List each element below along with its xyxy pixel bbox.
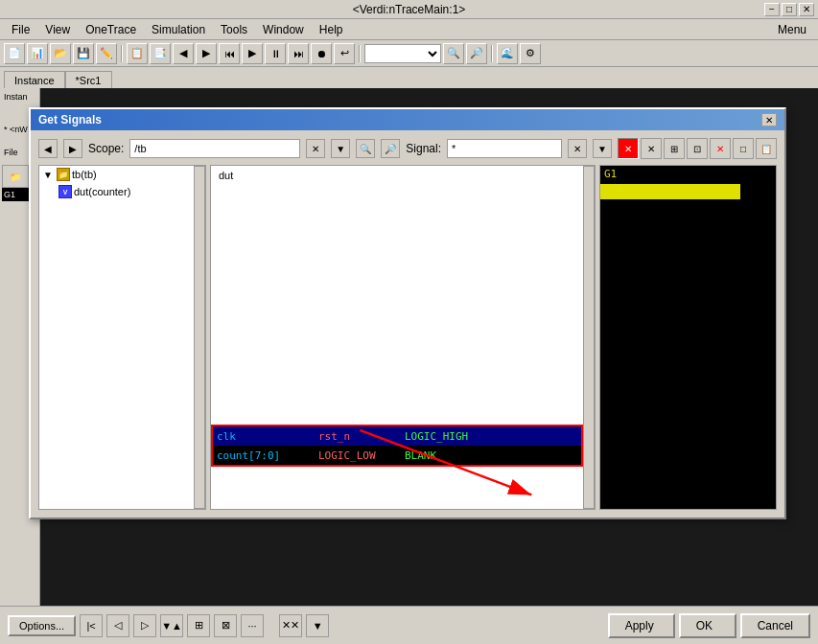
scope-input[interactable] [129, 139, 300, 158]
scope-zoom2-btn[interactable]: 🔎 [381, 139, 400, 158]
toolbar-open-btn[interactable]: 📂 [50, 43, 71, 64]
tab-instance[interactable]: Instance [4, 71, 65, 88]
toolbar-dropdown[interactable] [364, 44, 441, 63]
toolbar-wave-btn[interactable]: 🌊 [497, 43, 518, 64]
icon-btn5[interactable]: ✕ [710, 138, 731, 159]
bottom-icon7[interactable]: ··· [241, 614, 264, 637]
tree-scrollbar[interactable] [194, 166, 205, 509]
dialog-content: ◀ ▶ Scope: ✕ ▼ 🔍 🔎 Signal: ✕ ▼ ✕ ✕ ⊞ ⊡ ✕ [31, 130, 784, 518]
dialog-title-bar: Get Signals ✕ [31, 109, 784, 130]
signal-name-0: clk [213, 430, 318, 443]
signal-name-1: count[7:0] [213, 449, 318, 462]
title-bar-buttons: − □ ✕ [764, 3, 814, 16]
menu-bar: File View OneTrace Simulation Tools Wind… [0, 19, 818, 40]
icon-btn1[interactable]: ✕ [618, 138, 639, 159]
signal-panel: dut clk rst_n LOGIC_HIGH count[7:0] [210, 165, 596, 510]
waveform-panel: G1 [599, 165, 777, 510]
toolbar-sep1 [121, 45, 123, 62]
icon-btn6[interactable]: □ [733, 138, 754, 159]
bottom-icon2[interactable]: ◁ [106, 614, 129, 637]
tree-content: ▼ 📁 tb(tb) V dut(counter) [39, 166, 194, 509]
waveform-g1-label: G1 [600, 166, 776, 182]
signal-content: dut clk rst_n LOGIC_HIGH count[7:0] [211, 166, 583, 509]
apply-button[interactable]: Apply [608, 613, 675, 638]
scope-zoom-btn[interactable]: 🔍 [356, 139, 375, 158]
tree-dut-label: dut(counter) [74, 186, 130, 197]
instance-label: Instan [2, 90, 37, 104]
toolbar-btn6[interactable]: 📑 [150, 43, 171, 64]
toolbar-sep2 [359, 45, 361, 62]
icon-btn2[interactable]: ✕ [641, 138, 662, 159]
scope-bar: ◀ ▶ Scope: ✕ ▼ 🔍 🔎 Signal: ✕ ▼ ✕ ✕ ⊞ ⊡ ✕ [38, 138, 777, 159]
signal-input[interactable] [447, 139, 562, 158]
bottom-icon3[interactable]: ▷ [133, 614, 156, 637]
toolbar-save-btn[interactable]: 💾 [73, 43, 94, 64]
toolbar-btn7[interactable]: ⏮ [219, 43, 240, 64]
icon-btn3[interactable]: ⊞ [664, 138, 685, 159]
waveform-line [600, 184, 740, 199]
menu-tools[interactable]: Tools [213, 21, 255, 38]
ok-button[interactable]: OK [679, 613, 736, 638]
tree-expand-icon: ▼ [43, 170, 55, 180]
tree-tb-label: tb(tb) [72, 169, 97, 180]
scope-dropdown-btn[interactable]: ▼ [331, 139, 350, 158]
menu-file[interactable]: File [4, 21, 37, 38]
scope-clear-btn[interactable]: ✕ [306, 139, 325, 158]
bottom-icon4[interactable]: ▼▲ [160, 614, 183, 637]
tab-src[interactable]: *Src1 [65, 71, 112, 88]
bottom-icon8[interactable]: ✕✕ [279, 614, 302, 637]
toolbar-btn10[interactable]: ⏺ [311, 43, 332, 64]
options-button[interactable]: Options... [8, 615, 76, 636]
toolbar-back-btn[interactable]: ◀ [173, 43, 194, 64]
tree-folder-icon: 📁 [57, 168, 70, 181]
scope-back-btn[interactable]: ◀ [38, 139, 58, 158]
minimize-button[interactable]: − [764, 3, 780, 16]
menu-view[interactable]: View [37, 21, 78, 38]
signal-col3-0: LOGIC_HIGH [405, 430, 501, 443]
dialog-close-button[interactable]: ✕ [761, 113, 777, 126]
menu-help[interactable]: Help [312, 21, 351, 38]
bottom-icon6[interactable]: ⊠ [214, 614, 237, 637]
toolbar-new-btn[interactable]: 📄 [4, 43, 25, 64]
tree-panel: ▼ 📁 tb(tb) V dut(counter) [38, 165, 206, 510]
toolbar-btn8[interactable]: ⏸ [265, 43, 286, 64]
waveform-display: G1 [600, 166, 776, 509]
toolbar-btn11[interactable]: ↩ [334, 43, 355, 64]
toolbar-btn12[interactable]: ⚙ [520, 43, 541, 64]
window-title: <Verdi:nTraceMain:1> [353, 3, 466, 16]
signal-row-1[interactable]: count[7:0] LOGIC_LOW BLANK [213, 446, 581, 465]
tree-item-tb[interactable]: ▼ 📁 tb(tb) [39, 166, 194, 183]
sidebar-folder-icon[interactable]: 📁 [2, 165, 29, 188]
tree-var-icon: V [58, 185, 72, 198]
toolbar-play-btn[interactable]: ▶ [242, 43, 263, 64]
scope-fwd-btn[interactable]: ▶ [63, 139, 82, 158]
signal-row-0[interactable]: clk rst_n LOGIC_HIGH [213, 426, 581, 446]
toolbar-find-btn[interactable]: 🔎 [466, 43, 487, 64]
dropdown-arrow-btn[interactable]: ▼ [306, 614, 329, 637]
menu-simulation[interactable]: Simulation [144, 21, 213, 38]
menu-onetrace[interactable]: OneTrace [78, 21, 144, 38]
bottom-icon5[interactable]: ⊞ [187, 614, 210, 637]
app-close-button[interactable]: ✕ [799, 3, 814, 16]
toolbar-fwd-btn[interactable]: ▶ [196, 43, 217, 64]
toolbar-btn9[interactable]: ⏭ [288, 43, 309, 64]
toolbar-edit-btn[interactable]: ✏️ [96, 43, 117, 64]
signal-dropdown-btn[interactable]: ▼ [593, 139, 612, 158]
menu-window[interactable]: Window [255, 21, 312, 38]
signal-col3-1: BLANK [405, 449, 501, 462]
bottom-icon1[interactable]: |< [80, 614, 103, 637]
toolbar-btn5[interactable]: 📋 [127, 43, 148, 64]
toolbar-search-btn[interactable]: 🔍 [443, 43, 464, 64]
signal-scrollbar[interactable] [583, 166, 595, 509]
icon-btn4[interactable]: ⊡ [687, 138, 708, 159]
panels-area: ▼ 📁 tb(tb) V dut(counter) [38, 165, 777, 510]
tree-item-dut[interactable]: V dut(counter) [39, 183, 194, 200]
signal-clear-btn[interactable]: ✕ [568, 139, 587, 158]
scope-label: Scope: [88, 142, 124, 155]
cancel-button[interactable]: Cancel [740, 613, 810, 638]
icon-btn7[interactable]: 📋 [756, 138, 777, 159]
menu-right[interactable]: Menu [770, 21, 814, 38]
toolbar-table-btn[interactable]: 📊 [27, 43, 48, 64]
maximize-button[interactable]: □ [782, 3, 797, 16]
app-window: <Verdi:nTraceMain:1> − □ ✕ File View One… [0, 0, 818, 644]
